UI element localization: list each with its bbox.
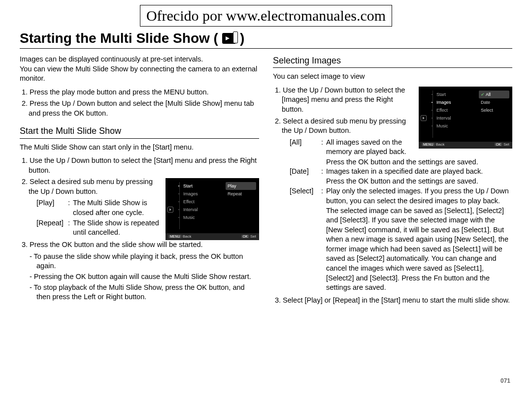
start-step-1: 1. Use the Up / Down button to select th…	[29, 156, 259, 175]
attribution-banner: Ofrecido por www.electromanuales.com	[140, 5, 392, 27]
sub-play: Play	[226, 182, 256, 190]
step2-with-screen: 2. Select a desired sub menu by pressing…	[20, 177, 259, 240]
sub-repeat: Repeat	[226, 190, 256, 198]
menu-effect: Effect	[178, 198, 255, 206]
step-2: 2. Press the Up / Down button and select…	[29, 99, 259, 118]
sub-heading-start: Start the Multi Slide Show	[20, 125, 259, 138]
start-step-3: 3. Press the OK button and the slide sho…	[29, 240, 259, 250]
ok-key-icon: OK	[495, 143, 502, 146]
start-note: The Multi Slide Show can start only in t…	[20, 143, 259, 153]
camera-screen-images: Start Images Effect Interval Music ✔All …	[419, 87, 512, 149]
intro-para: Images can be displayed continuously at …	[20, 55, 259, 84]
manual-page: Ofrecido por www.electromanuales.com Sta…	[0, 0, 532, 391]
screen1-submenu: Play Repeat	[226, 182, 256, 198]
content-columns: Images can be displayed continuously at …	[20, 55, 512, 307]
camera-screen-start: Start Images Effect Interval Music Play …	[166, 178, 259, 240]
menu-interval: Interval	[432, 114, 508, 122]
screen1-footer: MENUBack OKSet	[166, 233, 259, 240]
menu-music: Music	[178, 214, 255, 221]
play-mode-icon	[421, 115, 427, 121]
def-date: [Date] : Images taken in a specified dat…	[290, 167, 512, 186]
play-mode-icon	[167, 207, 173, 213]
check-icon: ✔	[481, 92, 485, 97]
screen2-footer: MENUBack OKSet	[419, 142, 512, 149]
page-number: 071	[500, 377, 510, 384]
menu-interval: Interval	[178, 206, 255, 214]
start-step-3b: - Pressing the OK button again will caus…	[36, 272, 259, 282]
sel-step-3: 3. Select [Play] or [Repeat] in the [Sta…	[282, 296, 512, 306]
sub-heading-selecting: Selecting Images	[273, 55, 512, 68]
sel-step-1: 1. Use the Up / Down button to select th…	[282, 86, 414, 115]
screen2-submenu: ✔All Date Select	[479, 91, 509, 114]
menu-key-icon: MENU	[422, 143, 435, 146]
start-step-3c: - To stop playback of the Multi Slide Sh…	[36, 283, 259, 302]
title-text-prefix: Starting the Multi Slide Show (	[20, 31, 218, 46]
sel-step-2: 2. Select a desired sub menu by pressing…	[282, 117, 414, 136]
step-1: 1. Press the play mode button and press …	[29, 88, 259, 97]
slideshow-icon	[222, 33, 236, 44]
left-column: Images can be displayed continuously at …	[20, 55, 259, 307]
right-column: Selecting Images You can select image to…	[273, 55, 512, 307]
page-title: Starting the Multi Slide Show ( )	[20, 31, 512, 49]
menu-music: Music	[432, 122, 508, 130]
sub-date: Date	[479, 98, 509, 106]
def-select: [Select] : Play only the selected images…	[290, 186, 512, 292]
title-text-suffix: )	[240, 31, 244, 46]
sub-all: ✔All	[479, 91, 509, 98]
sub-select: Select	[479, 106, 509, 114]
selecting-intro: You can select image to view	[273, 72, 512, 82]
def-repeat: [Repeat] : The Slide show is repeated un…	[36, 218, 161, 238]
def-all: [All] : All images saved on the memory a…	[290, 138, 414, 157]
def-all-cont: Press the OK button and the settings are…	[326, 157, 512, 167]
ok-key-icon: OK	[241, 235, 249, 238]
menu-key-icon: MENU	[168, 235, 182, 238]
selecting-steps-with-screen: 1. Use the Up / Down button to select th…	[273, 86, 512, 157]
start-step-2: 2. Select a desired sub menu by pressing…	[29, 177, 161, 196]
def-play: [Play] : The Multi Slide Show is closed …	[36, 198, 161, 217]
start-step-3a: - To pause the slide show while playing …	[36, 252, 259, 271]
